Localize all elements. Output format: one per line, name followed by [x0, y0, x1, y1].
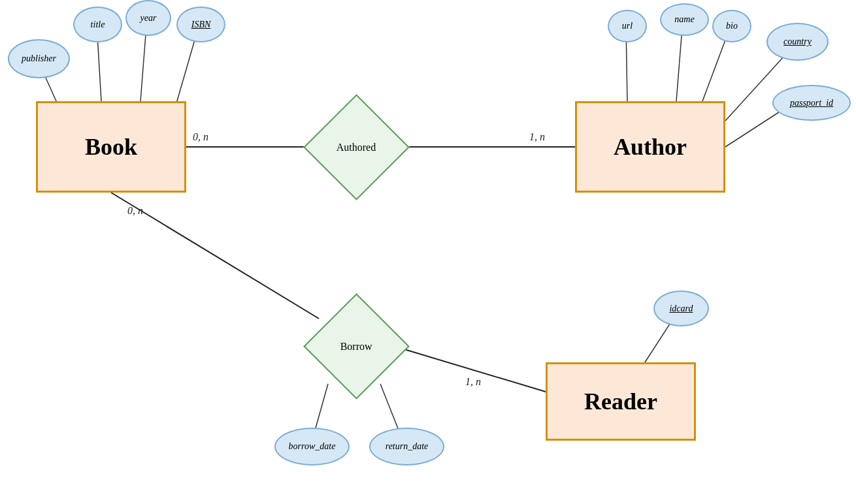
attr-idcard: idcard: [653, 291, 709, 326]
svg-text:1, n: 1, n: [465, 376, 481, 387]
attr-title: title: [73, 7, 122, 42]
attr-borrow_date: borrow_date: [274, 428, 350, 465]
attr-isbn: ISBN: [176, 7, 225, 42]
svg-text:0, n: 0, n: [193, 131, 208, 142]
entity-book: Book: [36, 101, 186, 193]
entity-author: Author: [575, 101, 725, 193]
svg-line-22: [393, 346, 546, 392]
attr-name: name: [660, 3, 709, 36]
attr-country: country: [766, 23, 829, 61]
svg-text:0, n: 0, n: [127, 205, 143, 216]
connector-lines: 0, n1, n0, n1, n: [0, 0, 856, 504]
attr-passport_id: passport_id: [772, 85, 851, 121]
relation-authored: Authored: [303, 94, 410, 200]
attr-return_date: return_date: [369, 428, 444, 465]
attr-year: year: [125, 0, 171, 36]
svg-text:1, n: 1, n: [529, 131, 545, 142]
relation-borrow: Borrow: [303, 293, 410, 400]
attr-url: url: [608, 10, 647, 42]
er-diagram: 0, n1, n0, n1, n BookAuthorReaderAuthore…: [0, 0, 856, 504]
attr-publisher: publisher: [8, 39, 70, 78]
svg-line-20: [111, 193, 319, 319]
attr-bio: bio: [712, 10, 751, 42]
entity-reader: Reader: [546, 362, 696, 441]
